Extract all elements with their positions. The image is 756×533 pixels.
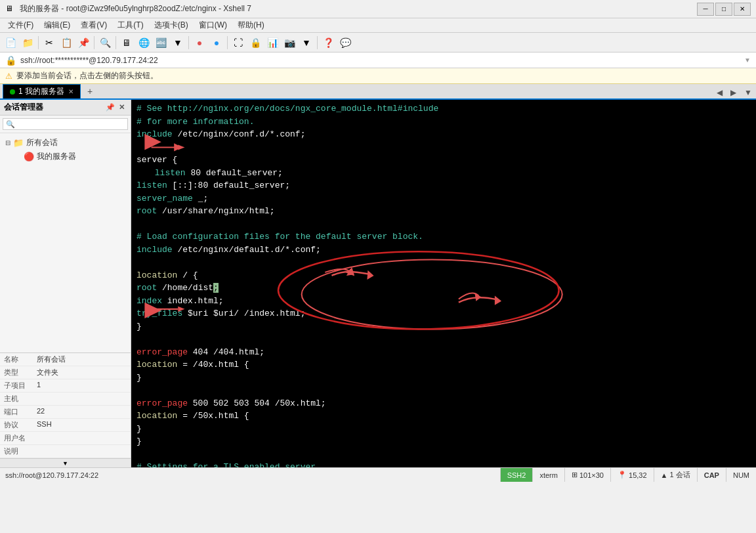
toolbar-btn-4[interactable]: 📋 <box>58 35 74 51</box>
term-line-20: error_page 404 /404.html; <box>136 346 751 359</box>
term-line-3: include /etc/nginx/conf.d/*.conf; <box>136 128 751 141</box>
tree-item-my-server[interactable]: 🔴 我的服务器 <box>3 150 128 163</box>
menu-edit[interactable]: 编辑(E) <box>39 18 75 32</box>
status-sessions-text: 1 会话 <box>670 470 690 480</box>
terminal[interactable]: # See http://nginx.org/en/docs/ngx_core_… <box>131 100 756 467</box>
title-bar: 🖥 我的服务器 - root@iZwz9fe0u5ylnghrp82oodZ:/… <box>0 0 756 18</box>
sidebar-title: 会话管理器 <box>4 102 104 113</box>
menu-file[interactable]: 文件(F) <box>3 18 39 32</box>
prop-val-host <box>33 393 131 406</box>
toolbar-help[interactable]: ❓ <box>320 35 336 51</box>
status-xterm: xterm <box>532 468 564 482</box>
tab-session-1[interactable]: 1 我的服务器 ✕ <box>3 84 81 98</box>
props-table: 名称 所有会话 类型 文件夹 子项目 1 主机 端口 22 <box>0 353 131 458</box>
info-bar: ⚠ 要添加当前会话，点击左侧的箭头按钮。 <box>0 68 756 84</box>
term-line-12: include /etc/nginx/default.d/*.conf; <box>136 244 751 257</box>
prop-row-protocol: 协议 SSH <box>0 419 131 432</box>
window-title: 我的服务器 - root@iZwz9fe0u5ylnghrp82oodZ:/et… <box>20 3 697 14</box>
toolbar-btn-9[interactable]: 🔤 <box>153 35 169 51</box>
status-pos-text: 15,32 <box>629 471 647 479</box>
status-pos: 📍 15,32 <box>610 468 654 482</box>
term-line-19 <box>136 333 751 346</box>
term-line-18: } <box>136 320 751 333</box>
sidebar-search-input[interactable] <box>3 118 128 130</box>
toolbar-btn-blue[interactable]: ● <box>209 35 224 51</box>
toolbar-search[interactable]: 🔍 <box>97 35 113 51</box>
tab-status-dot <box>10 89 15 95</box>
toolbar-btn-12[interactable]: 📷 <box>282 35 297 51</box>
status-bar: ssh://root@120.79.177.24:22 SSH2 xterm ⊞… <box>0 467 756 482</box>
prop-key-name: 名称 <box>0 353 33 366</box>
toolbar-btn-8[interactable]: 🌐 <box>136 35 152 51</box>
status-size-text: 101×30 <box>579 471 604 479</box>
sidebar: 会话管理器 📌 ✕ ⊟ 📁 所有会话 🔴 我的服务器 名称 <box>0 100 131 467</box>
menu-view[interactable]: 查看(V) <box>75 18 112 32</box>
toolbar-btn-7[interactable]: 🖥 <box>119 35 135 51</box>
sidebar-close-button[interactable]: ✕ <box>117 103 127 112</box>
sidebar-pin-button[interactable]: 📌 <box>104 103 117 112</box>
prop-val-children: 1 <box>33 379 131 393</box>
tab-close-button[interactable]: ✕ <box>68 88 74 95</box>
close-button[interactable]: ✕ <box>734 3 751 16</box>
sidebar-tree: ⊟ 📁 所有会话 🔴 我的服务器 <box>0 133 131 352</box>
term-line-4 <box>136 141 751 154</box>
window-controls: ─ □ ✕ <box>697 3 751 16</box>
maximize-button[interactable]: □ <box>715 3 732 16</box>
toolbar-sep-3 <box>116 36 116 49</box>
term-line-24: error_page 500 502 503 504 /50x.html; <box>136 397 751 410</box>
toolbar-new[interactable]: 📄 <box>3 35 18 51</box>
prop-row-desc: 说明 <box>0 445 131 458</box>
status-cap: CAP <box>697 468 726 482</box>
term-line-17: try_files $uri $uri/ /index.html; <box>136 307 751 320</box>
minimize-button[interactable]: ─ <box>697 3 714 16</box>
toolbar-sep-1 <box>38 36 39 49</box>
menu-help[interactable]: 帮助(H) <box>232 18 270 32</box>
menu-window[interactable]: 窗口(W) <box>194 18 232 32</box>
toolbar-btn-red[interactable]: ● <box>192 35 207 51</box>
status-ssh-address: ssh://root@120.79.177.24:22 <box>0 471 500 479</box>
menu-tabs[interactable]: 选项卡(B) <box>149 18 194 32</box>
term-line-1: # See http://nginx.org/en/docs/ngx_core_… <box>136 102 751 116</box>
toolbar-btn-3[interactable]: ✂ <box>41 35 57 51</box>
term-line-7: listen [::]:80 default_server; <box>136 179 751 192</box>
term-line-10 <box>136 218 751 231</box>
status-ssh2: SSH2 <box>500 468 533 482</box>
toolbar-btn-11[interactable]: 📊 <box>264 35 280 51</box>
prop-row-children: 子项目 1 <box>0 379 131 393</box>
toolbar-btn-5[interactable]: 📌 <box>75 35 91 51</box>
tab-add-button[interactable]: + <box>82 84 98 98</box>
info-icon: ⚠ <box>5 72 12 81</box>
folder-icon: 📁 <box>13 138 24 148</box>
tab-prev-button[interactable]: ◀ <box>713 87 726 98</box>
term-line-8: server_name _; <box>136 192 751 205</box>
toolbar-fullscreen[interactable]: ⛶ <box>230 35 246 51</box>
term-line-2: # for more information. <box>136 116 751 129</box>
toolbar-btn-10[interactable]: ▼ <box>170 35 186 51</box>
address-dropdown-icon[interactable]: ▼ <box>744 56 751 64</box>
term-line-26: } <box>136 423 751 436</box>
status-num: NUM <box>726 468 756 482</box>
tab-dropdown-button[interactable]: ▼ <box>740 87 756 98</box>
term-line-25: location = /50x.html { <box>136 410 751 423</box>
tab-bar: 1 我的服务器 ✕ + ◀ ▶ ▼ <box>0 84 756 100</box>
sidebar-search-area <box>0 116 131 133</box>
toolbar-btn-13[interactable]: ▼ <box>299 35 314 51</box>
toolbar-open[interactable]: 📁 <box>20 35 35 51</box>
sidebar-properties: 名称 所有会话 类型 文件夹 子项目 1 主机 端口 22 <box>0 352 131 467</box>
prop-row-username: 用户名 <box>0 432 131 445</box>
term-line-5: server { <box>136 154 751 167</box>
address-text: ssh://root:***********@120.79.177.24:22 <box>20 56 744 65</box>
toolbar-lock[interactable]: 🔒 <box>247 35 263 51</box>
menu-tools[interactable]: 工具(T) <box>112 18 148 32</box>
tab-nav: ◀ ▶ ▼ <box>713 87 756 98</box>
props-scroll-down[interactable]: ▼ <box>0 458 131 467</box>
toolbar-chat[interactable]: 💬 <box>337 35 353 51</box>
server-icon: 🔴 <box>24 152 34 162</box>
prop-row-type: 类型 文件夹 <box>0 366 131 379</box>
sidebar-header: 会话管理器 📌 ✕ <box>0 100 131 116</box>
tab-next-button[interactable]: ▶ <box>726 87 740 98</box>
term-line-15: root /home/dist; <box>136 282 751 295</box>
sessions-icon: ▲ <box>661 471 668 479</box>
prop-val-port: 22 <box>33 406 131 419</box>
tree-item-all-sessions[interactable]: ⊟ 📁 所有会话 <box>3 136 128 150</box>
